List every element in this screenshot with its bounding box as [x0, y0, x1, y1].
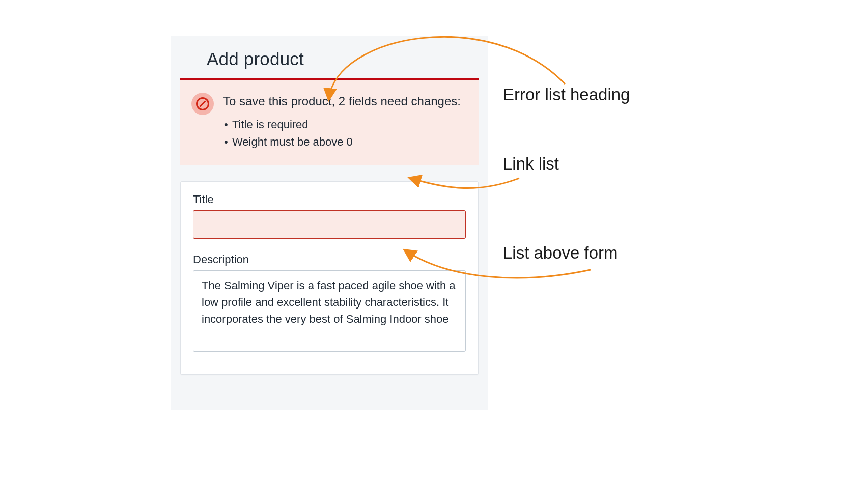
- title-label: Title: [193, 193, 466, 206]
- annotation-error-list-heading: Error list heading: [503, 85, 630, 104]
- description-label: Description: [193, 253, 466, 266]
- error-item[interactable]: Weight must be above 0: [232, 133, 461, 151]
- prohibited-icon: [196, 97, 209, 110]
- diagram-stage: Add product To save this product, 2 fiel…: [0, 0, 841, 504]
- form-panel: Add product To save this product, 2 fiel…: [171, 36, 488, 410]
- description-textarea[interactable]: [193, 270, 466, 352]
- error-text: To save this product, 2 fields need chan…: [223, 93, 461, 151]
- error-icon-wrap: [191, 93, 214, 115]
- title-input[interactable]: [193, 210, 466, 239]
- field-card: Title Description: [180, 181, 479, 375]
- annotation-list-above-form: List above form: [503, 243, 618, 263]
- error-list: Title is required Weight must be above 0: [223, 116, 461, 151]
- annotation-link-list: Link list: [503, 154, 559, 174]
- description-group: Description: [193, 253, 466, 354]
- error-heading: To save this product, 2 fields need chan…: [223, 93, 461, 110]
- error-banner: To save this product, 2 fields need chan…: [180, 78, 479, 165]
- error-item[interactable]: Title is required: [232, 116, 461, 133]
- page-title: Add product: [171, 36, 488, 78]
